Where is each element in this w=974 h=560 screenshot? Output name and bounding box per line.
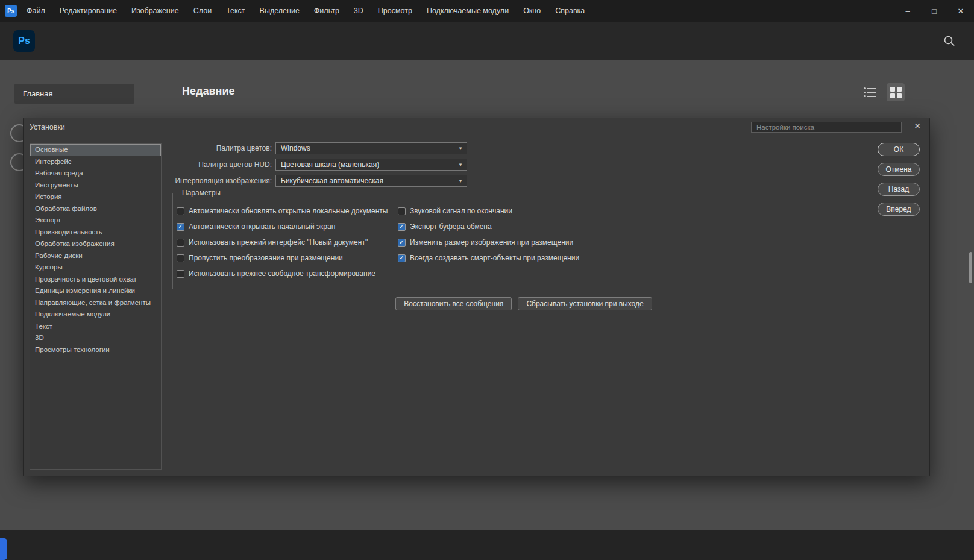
- checkbox-row: Использовать прежний интерфейс "Новый до…: [177, 234, 398, 250]
- checkbox-label: Звуковой сигнал по окончании: [410, 207, 512, 215]
- preferences-category[interactable]: Экспорт: [30, 215, 161, 227]
- checkbox-label: Использовать прежнее свободное трансформ…: [189, 269, 375, 278]
- scrollbar-thumb[interactable]: [969, 252, 972, 283]
- checkbox-row: ✓Автоматически открывать начальный экран: [177, 219, 398, 234]
- dialog-close-icon[interactable]: ✕: [914, 121, 921, 131]
- checkbox-label: Автоматически открывать начальный экран: [189, 222, 335, 231]
- checkbox-row: Использовать прежнее свободное трансформ…: [177, 266, 398, 282]
- options-group: Параметры Автоматически обновлять открыт…: [172, 193, 875, 289]
- checkbox[interactable]: [398, 207, 406, 215]
- preferences-category[interactable]: Прозрачность и цветовой охват: [30, 274, 161, 286]
- chevron-down-icon: ▾: [454, 145, 467, 151]
- checkbox[interactable]: [177, 270, 184, 278]
- preferences-category[interactable]: Обработка файлов: [30, 203, 161, 215]
- checkbox[interactable]: [177, 254, 184, 262]
- checkbox[interactable]: ✓: [177, 223, 184, 231]
- dropdown-select[interactable]: Бикубическая автоматическая▾: [275, 175, 467, 187]
- sidebar-item-home[interactable]: Главная: [14, 84, 134, 104]
- app-icon: Ps: [5, 5, 17, 17]
- list-view-icon[interactable]: [864, 87, 877, 97]
- preferences-category[interactable]: 3D: [30, 332, 161, 344]
- menu-item[interactable]: Текст: [226, 7, 245, 15]
- field-label: Интерполяция изображения:: [172, 177, 272, 185]
- preferences-category[interactable]: Курсоры: [30, 262, 161, 274]
- checkbox-label: Изменить размер изображения при размещен…: [410, 238, 573, 247]
- options-right: Звуковой сигнал по окончании✓Экспорт буф…: [398, 203, 869, 282]
- preferences-category[interactable]: Просмотры технологии: [30, 344, 161, 356]
- chevron-down-icon: ▾: [454, 178, 467, 184]
- preferences-sidebar: ОсновныеИнтерфейсРабочая средаИнструмент…: [30, 143, 162, 470]
- bottom-left-accent: [0, 538, 7, 560]
- minimize-button[interactable]: –: [894, 0, 921, 22]
- options-group-legend: Параметры: [179, 189, 224, 197]
- menu-item[interactable]: 3D: [354, 7, 363, 15]
- window-controls: – □ ✕: [894, 0, 974, 22]
- checkbox-row: Звуковой сигнал по окончании: [398, 203, 869, 219]
- dropdown-select[interactable]: Цветовая шкала (маленькая)▾: [275, 159, 467, 171]
- action-buttons: Восстановить все сообщенияСбрасывать уст…: [172, 297, 875, 310]
- recent-section-title: Недавние: [182, 85, 234, 98]
- preferences-category[interactable]: История: [30, 191, 161, 203]
- preferences-category[interactable]: Производительность: [30, 227, 161, 239]
- preferences-category[interactable]: Подключаемые модули: [30, 309, 161, 321]
- preferences-category[interactable]: Обработка изображения: [30, 238, 161, 250]
- settings-search-input[interactable]: [751, 122, 902, 133]
- menu-item[interactable]: Редактирование: [60, 7, 117, 15]
- ok-button[interactable]: ОК: [878, 143, 920, 156]
- menu-bar: ФайлРедактированиеИзображениеСлоиТекстВы…: [27, 7, 585, 15]
- preferences-category[interactable]: Рабочие диски: [30, 250, 161, 262]
- menu-item[interactable]: Окно: [523, 7, 541, 15]
- checkbox[interactable]: ✓: [398, 223, 406, 231]
- menu-item[interactable]: Фильтр: [314, 7, 339, 15]
- forward-button[interactable]: Вперед: [878, 203, 920, 216]
- preferences-category[interactable]: Рабочая среда: [30, 168, 161, 180]
- preferences-category[interactable]: Интерфейс: [30, 156, 161, 168]
- menu-item[interactable]: Слои: [193, 7, 212, 15]
- field-label: Палитра цветов:: [172, 144, 272, 153]
- checkbox[interactable]: ✓: [398, 239, 406, 247]
- dialog-action-button[interactable]: Восстановить все сообщения: [395, 297, 512, 310]
- cancel-button[interactable]: Отмена: [878, 163, 920, 176]
- close-window-button[interactable]: ✕: [947, 0, 974, 22]
- app-header: Ps: [0, 22, 974, 60]
- checkbox[interactable]: [177, 239, 184, 247]
- dropdown-fields: Палитра цветов:Windows▾Палитра цветов HU…: [172, 142, 875, 187]
- preferences-category[interactable]: Текст: [30, 321, 161, 333]
- field-row: Палитра цветов HUD:Цветовая шкала (мален…: [172, 159, 875, 171]
- maximize-button[interactable]: □: [921, 0, 947, 22]
- preferences-content: Палитра цветов:Windows▾Палитра цветов HU…: [172, 142, 875, 310]
- checkbox-row: ✓Всегда создавать смарт-объекты при разм…: [398, 250, 869, 266]
- preferences-category[interactable]: Единицы измерения и линейки: [30, 285, 161, 297]
- dialog-side-buttons: ОКОтменаНазадВперед: [878, 143, 920, 216]
- checkbox[interactable]: ✓: [398, 254, 406, 262]
- search-icon[interactable]: [943, 34, 956, 48]
- dialog-action-button[interactable]: Сбрасывать установки при выходе: [518, 297, 652, 310]
- field-row: Интерполяция изображения:Бикубическая ав…: [172, 175, 875, 187]
- photoshop-logo: Ps: [13, 30, 35, 52]
- menu-item[interactable]: Просмотр: [378, 7, 412, 15]
- preferences-category[interactable]: Основные: [30, 144, 161, 156]
- checkbox[interactable]: [177, 207, 184, 215]
- checkbox-label: Экспорт буфера обмена: [410, 222, 492, 231]
- chevron-down-icon: ▾: [454, 162, 467, 168]
- field-label: Палитра цветов HUD:: [172, 160, 272, 169]
- back-button[interactable]: Назад: [878, 183, 920, 196]
- menu-item[interactable]: Выделение: [260, 7, 300, 15]
- menu-item[interactable]: Подключаемые модули: [427, 7, 509, 15]
- dropdown-value: Бикубическая автоматическая: [276, 177, 454, 185]
- menu-item[interactable]: Файл: [27, 7, 45, 15]
- dropdown-select[interactable]: Windows▾: [275, 142, 467, 154]
- checkbox-row: ✓Экспорт буфера обмена: [398, 219, 869, 234]
- field-row: Палитра цветов:Windows▾: [172, 142, 875, 154]
- view-toggles: [864, 83, 905, 101]
- photoshop-window: Ps ФайлРедактированиеИзображениеСлоиТекс…: [0, 0, 974, 560]
- grid-view-icon[interactable]: [887, 83, 905, 101]
- checkbox-label: Использовать прежний интерфейс "Новый до…: [189, 238, 368, 247]
- menu-item[interactable]: Изображение: [131, 7, 179, 15]
- dropdown-value: Windows: [276, 144, 454, 153]
- checkbox-row: Пропустить преобразование при размещении: [177, 250, 398, 266]
- checkbox-label: Пропустить преобразование при размещении: [189, 254, 343, 262]
- preferences-category[interactable]: Инструменты: [30, 180, 161, 192]
- menu-item[interactable]: Справка: [555, 7, 585, 15]
- preferences-category[interactable]: Направляющие, сетка и фрагменты: [30, 297, 161, 309]
